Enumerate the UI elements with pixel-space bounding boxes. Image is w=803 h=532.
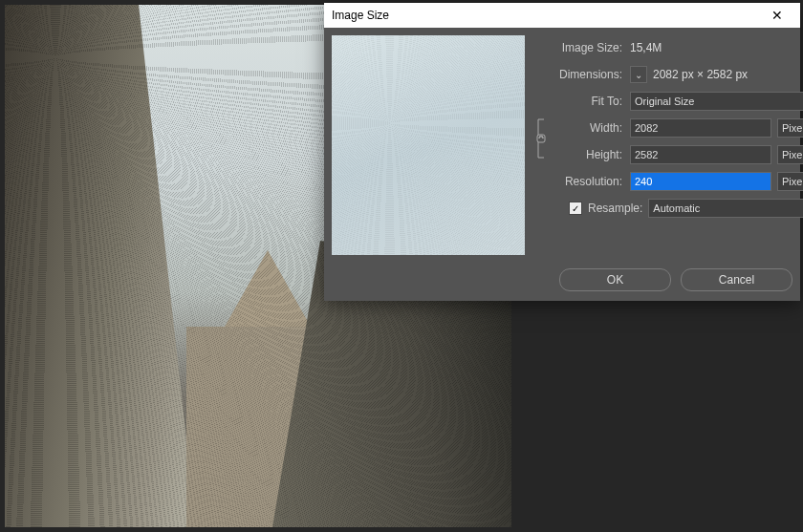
row-height: Height: Pixels ⌄ [553,144,803,165]
label-image-size: Image Size: [534,41,624,54]
row-image-size: Image Size: 15,4M [534,37,803,58]
image-size-dialog: Image Size ✕ Image Size: 15,4M [324,3,800,301]
value-dimensions: 2082 px × 2582 px [653,68,748,81]
dialog-body: Image Size: 15,4M Dimensions: ⌄ 2082 px … [324,28,800,263]
label-resolution: Resolution: [534,175,624,188]
row-width-height: Width: Pixels ⌄ Height: Pixels [534,117,803,165]
close-button[interactable]: ✕ [758,3,796,28]
label-width: Width: [553,121,624,135]
fit-to-value: Original Size [635,96,694,107]
resolution-unit-value: Pixels/Inch [782,176,803,187]
value-image-size: 15,4M [630,41,662,54]
cancel-button[interactable]: Cancel [681,268,792,291]
cancel-button-label: Cancel [719,273,754,287]
row-fit-to: Fit To: Original Size ⌄ [534,91,803,112]
width-input[interactable] [630,118,771,138]
preview-noise [332,35,525,255]
row-resolution: Resolution: Pixels/Inch ⌄ [534,171,803,192]
resample-value: Automatic [653,202,700,214]
dialog-title: Image Size [332,9,758,22]
label-resample: Resample: [588,202,642,215]
row-dimensions: Dimensions: ⌄ 2082 px × 2582 px [534,64,803,85]
label-height: Height: [553,148,624,161]
width-unit-select[interactable]: Pixels ⌄ [777,118,803,138]
workspace: Image Size ✕ Image Size: 15,4M [0,0,803,532]
constrain-proportions-link[interactable] [534,117,548,160]
row-width: Width: Pixels ⌄ [553,117,803,138]
row-resample: ✓ Resample: Automatic ⌄ [534,198,803,219]
close-icon: ✕ [771,8,783,23]
resolution-unit-select[interactable]: Pixels/Inch ⌄ [777,172,803,191]
preview-thumbnail[interactable] [332,35,525,255]
check-icon: ✓ [572,203,579,214]
dialog-buttons: OK Cancel [324,263,800,301]
ok-button-label: OK [607,273,623,287]
height-unit-value: Pixels [782,149,803,160]
height-unit-select[interactable]: Pixels ⌄ [777,145,803,164]
dimensions-unit-toggle[interactable]: ⌄ [630,66,647,83]
resolution-input[interactable] [630,172,771,191]
resample-select[interactable]: Automatic ⌄ [648,199,803,218]
dialog-titlebar[interactable]: Image Size ✕ [324,3,800,28]
height-input[interactable] [630,145,771,164]
label-fit-to: Fit To: [534,95,624,108]
resample-checkbox[interactable]: ✓ [569,202,582,215]
fit-to-select[interactable]: Original Size ⌄ [630,92,803,111]
ok-button[interactable]: OK [559,268,671,291]
fields-panel: Image Size: 15,4M Dimensions: ⌄ 2082 px … [534,35,803,255]
label-dimensions: Dimensions: [534,68,624,81]
width-unit-value: Pixels [782,122,803,134]
chevron-down-icon: ⌄ [635,70,642,80]
